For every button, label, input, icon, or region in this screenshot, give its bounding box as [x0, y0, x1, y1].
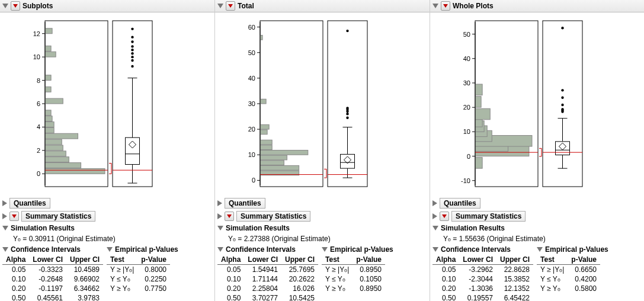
- svg-text:10: 10: [33, 53, 40, 60]
- disclosure-icon[interactable]: [2, 247, 8, 252]
- ci-cell: 0.05: [2, 265, 29, 275]
- svg-rect-31: [45, 28, 52, 34]
- pv-cell: 0.4200: [568, 274, 600, 284]
- summary-section[interactable]: Summary Statistics: [430, 210, 644, 223]
- table-row: 0.500.195576.45422: [432, 293, 533, 301]
- ci-cell: 0.05: [217, 265, 244, 275]
- ci-cell: 0.10: [432, 274, 459, 284]
- disclosure-icon[interactable]: [217, 247, 223, 252]
- svg-rect-15: [45, 168, 105, 174]
- distribution-chart: 0102030405060: [215, 12, 430, 197]
- svg-rect-74: [260, 124, 269, 129]
- pv-header[interactable]: Empirical p-Values: [107, 245, 178, 254]
- summary-label: Summary Statistics: [21, 211, 95, 222]
- disclosure-icon[interactable]: [217, 4, 223, 8]
- table-row: 0.05-0.332310.4589: [2, 265, 103, 275]
- pv-header[interactable]: Empirical p-Values: [537, 245, 608, 254]
- ci-header[interactable]: Confidence Intervals: [432, 245, 533, 254]
- disclosure-icon[interactable]: [2, 226, 8, 230]
- simresults-section[interactable]: Simulation Results: [430, 223, 644, 233]
- disclosure-icon[interactable]: [322, 247, 328, 252]
- disclosure-icon[interactable]: [432, 247, 438, 252]
- disclosure-icon[interactable]: [107, 247, 113, 252]
- ci-header[interactable]: Confidence Intervals: [217, 245, 318, 254]
- panel-header[interactable]: Subplots: [0, 0, 214, 12]
- pv-title: Empirical p-Values: [545, 245, 608, 254]
- table-row: Y ≤ Y₀0.1050: [322, 274, 385, 284]
- pv-header[interactable]: Empirical p-Values: [322, 245, 393, 254]
- svg-point-45: [131, 49, 133, 51]
- disclosure-icon[interactable]: [217, 200, 222, 206]
- ci-cell: 0.05: [432, 265, 459, 275]
- ci-cell: -0.1197: [29, 284, 66, 293]
- table-row: Y ≤ Y₀0.2250: [107, 274, 170, 284]
- svg-point-87: [346, 113, 348, 115]
- disclosure-icon[interactable]: [537, 247, 543, 252]
- table-row: 0.20-1.303612.1352: [432, 284, 533, 293]
- svg-rect-18: [45, 151, 66, 156]
- ci-col-header: Upper CI: [281, 255, 318, 265]
- svg-rect-72: [260, 140, 272, 145]
- summary-section[interactable]: Summary Statistics: [215, 210, 430, 223]
- menu-button[interactable]: [226, 1, 235, 11]
- pv-cell: 0.6650: [568, 265, 600, 275]
- menu-button[interactable]: [11, 1, 20, 11]
- simresults-section[interactable]: Simulation Results: [0, 223, 214, 233]
- disclosure-icon[interactable]: [2, 4, 8, 8]
- panel-title: Subplots: [23, 2, 53, 10]
- simresults-section[interactable]: Simulation Results: [215, 223, 430, 233]
- menu-button[interactable]: [9, 212, 19, 221]
- svg-point-132: [561, 97, 563, 99]
- disclosure-icon[interactable]: [432, 4, 438, 8]
- ci-cell: 0.20: [2, 284, 29, 293]
- table-row: Y ≥ Y₀0.5800: [537, 284, 600, 293]
- disclosure-icon[interactable]: [217, 213, 222, 219]
- disclosure-icon[interactable]: [432, 226, 438, 230]
- ci-header[interactable]: Confidence Intervals: [2, 245, 103, 254]
- menu-button[interactable]: [225, 212, 234, 221]
- menu-button[interactable]: [440, 212, 449, 221]
- disclosure-icon[interactable]: [432, 213, 437, 219]
- disclosure-icon[interactable]: [432, 200, 437, 206]
- menu-button[interactable]: [441, 1, 450, 11]
- ci-table: AlphaLower CIUpper CI0.05-3.296222.86280…: [432, 255, 533, 301]
- svg-rect-28: [45, 75, 51, 81]
- disclosure-icon[interactable]: [2, 213, 7, 219]
- pv-cell: 0.8950: [353, 265, 385, 275]
- panel-header[interactable]: Whole Plots: [430, 0, 644, 12]
- ci-cell: 0.20: [217, 284, 244, 293]
- quantiles-section[interactable]: Quantiles: [430, 197, 644, 210]
- svg-point-131: [561, 104, 563, 106]
- svg-text:20: 20: [248, 126, 255, 133]
- pv-title: Empirical p-Values: [330, 245, 393, 254]
- panel-header[interactable]: Total: [215, 0, 430, 12]
- quantiles-section[interactable]: Quantiles: [215, 197, 430, 210]
- pv-cell: 0.2250: [137, 274, 170, 284]
- svg-rect-22: [45, 127, 54, 133]
- pv-table: Testp-ValueY ≥ |Y₀|0.8950Y ≤ Y₀0.1050Y ≥…: [322, 255, 385, 293]
- svg-rect-16: [45, 163, 81, 168]
- quantiles-section[interactable]: Quantiles: [0, 197, 214, 210]
- svg-text:0: 0: [467, 153, 470, 160]
- ci-col-header: Alpha: [432, 255, 459, 265]
- ci-col-header: Upper CI: [496, 255, 533, 265]
- pv-cell: Y ≥ Y₀: [537, 284, 568, 293]
- disclosure-icon[interactable]: [2, 200, 7, 206]
- pv-cell: 0.5800: [568, 284, 600, 293]
- disclosure-icon[interactable]: [217, 226, 223, 230]
- svg-rect-29: [45, 52, 56, 57]
- ci-cell: 0.10: [217, 274, 244, 284]
- svg-rect-17: [45, 157, 69, 162]
- svg-rect-76: [260, 35, 262, 40]
- svg-rect-69: [260, 155, 287, 160]
- pv-cell: Y ≤ Y₀: [107, 274, 137, 284]
- svg-rect-68: [260, 161, 284, 165]
- table-row: Y ≥ Y₀0.8950: [322, 284, 385, 293]
- svg-point-134: [561, 27, 563, 29]
- svg-text:10: 10: [248, 151, 255, 158]
- svg-point-46: [131, 45, 133, 47]
- pv-col-header: p-Value: [137, 255, 170, 265]
- summary-section[interactable]: Summary Statistics: [0, 210, 214, 223]
- ci-title: Confidence Intervals: [226, 245, 296, 254]
- svg-point-44: [131, 52, 133, 55]
